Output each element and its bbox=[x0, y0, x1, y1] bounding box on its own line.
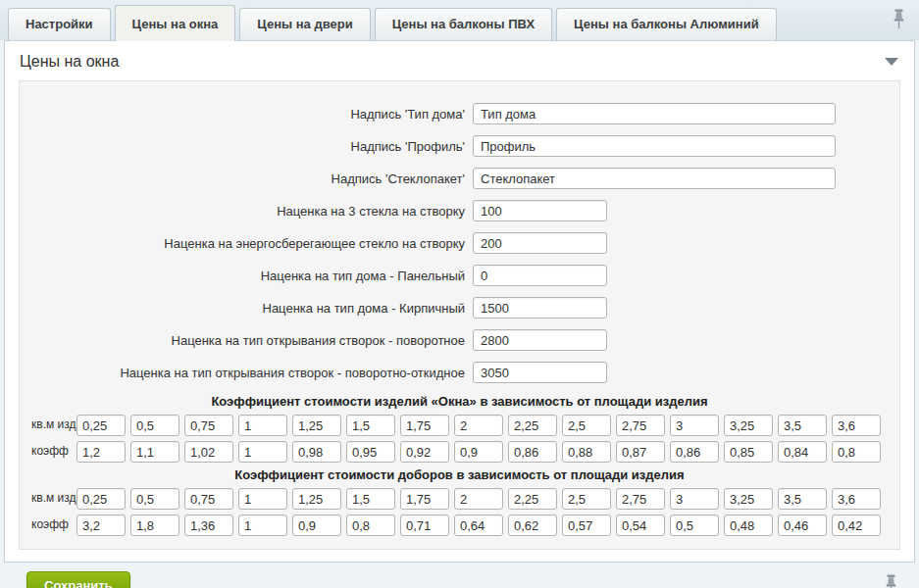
coef-value-input[interactable] bbox=[77, 441, 126, 463]
table-row-label: коэфф bbox=[29, 445, 77, 459]
label-house-type-input[interactable] bbox=[473, 103, 836, 124]
tab-balcony-alu-prices[interactable]: Цены на балконы Алюминий bbox=[556, 8, 777, 40]
area-value-input[interactable] bbox=[616, 488, 665, 510]
label-glazing-input[interactable] bbox=[473, 168, 836, 189]
coef-value-input[interactable] bbox=[832, 441, 881, 463]
area-value-input[interactable] bbox=[238, 488, 287, 510]
coef-value-input[interactable] bbox=[724, 514, 773, 536]
markup-panel-house-input[interactable] bbox=[473, 265, 607, 286]
area-value-input[interactable] bbox=[400, 415, 449, 436]
coef-value-input[interactable] bbox=[508, 441, 557, 463]
coef-table-row: коэфф bbox=[29, 441, 890, 463]
area-value-input[interactable] bbox=[508, 488, 557, 510]
coef-table-row: коэфф bbox=[29, 514, 890, 536]
form-row: Наценка на тип открывания створок - пово… bbox=[29, 362, 890, 383]
coef-value-input[interactable] bbox=[778, 441, 827, 463]
area-value-input[interactable] bbox=[77, 488, 126, 510]
window-coefficient-table: Коэффициент стоимости изделий «Окна» в з… bbox=[29, 394, 890, 463]
form-row: Надпись 'Стеклопакет' bbox=[29, 168, 890, 189]
coef-value-input[interactable] bbox=[562, 514, 611, 536]
coef-value-input[interactable] bbox=[616, 441, 665, 463]
field-label: Надпись 'Тип дома' bbox=[29, 107, 473, 122]
area-value-input[interactable] bbox=[346, 415, 395, 436]
field-label: Наценка на 3 стекла на створку bbox=[29, 204, 473, 219]
area-value-input[interactable] bbox=[454, 488, 503, 510]
field-label: Надпись 'Стеклопакет' bbox=[29, 172, 473, 186]
coef-value-input[interactable] bbox=[616, 514, 665, 536]
chevron-down-icon[interactable] bbox=[885, 58, 898, 66]
form-row: Наценка на тип дома - Панельный bbox=[29, 265, 890, 286]
coef-value-input[interactable] bbox=[508, 514, 557, 536]
area-value-input[interactable] bbox=[670, 415, 719, 436]
markup-brick-house-input[interactable] bbox=[473, 297, 607, 318]
tab-window-prices[interactable]: Цены на окна bbox=[115, 5, 236, 41]
area-value-input[interactable] bbox=[77, 415, 126, 436]
area-value-input[interactable] bbox=[292, 415, 341, 436]
label-profile-input[interactable] bbox=[473, 135, 836, 157]
tab-bar: Настройки Цены на окна Цены на двери Цен… bbox=[0, 0, 919, 40]
area-value-input[interactable] bbox=[184, 415, 233, 436]
coef-value-input[interactable] bbox=[454, 514, 503, 536]
coef-table-row: кв.м изд bbox=[29, 488, 890, 510]
tab-door-prices[interactable]: Цены на двери bbox=[239, 8, 370, 40]
coef-value-input[interactable] bbox=[346, 514, 395, 536]
field-label: Наценка на тип дома - Кирпичный bbox=[29, 301, 473, 316]
area-value-input[interactable] bbox=[130, 488, 179, 510]
form-row: Надпись 'Тип дома' bbox=[29, 103, 890, 124]
area-value-input[interactable] bbox=[292, 488, 341, 510]
coef-value-input[interactable] bbox=[562, 441, 611, 463]
coef-value-input[interactable] bbox=[238, 514, 287, 536]
pin-icon[interactable] bbox=[893, 9, 905, 32]
area-value-input[interactable] bbox=[832, 415, 881, 436]
coef-value-input[interactable] bbox=[670, 514, 719, 536]
coef-value-input[interactable] bbox=[292, 441, 341, 463]
markup-tilt-turn-opening-input[interactable] bbox=[473, 362, 607, 383]
tab-balcony-pvc-prices[interactable]: Цены на балконы ПВХ bbox=[375, 8, 552, 40]
coef-value-input[interactable] bbox=[130, 514, 179, 536]
area-value-input[interactable] bbox=[454, 415, 503, 436]
area-value-input[interactable] bbox=[670, 488, 719, 510]
area-value-input[interactable] bbox=[724, 488, 773, 510]
markup-energy-glass-input[interactable] bbox=[473, 232, 607, 254]
coef-value-input[interactable] bbox=[238, 441, 287, 463]
area-value-input[interactable] bbox=[400, 488, 449, 510]
area-value-input[interactable] bbox=[238, 415, 287, 436]
area-value-input[interactable] bbox=[562, 415, 611, 436]
field-label: Надпись 'Профиль' bbox=[29, 139, 473, 154]
table-title: Коэффициент стоимости изделий «Окна» в з… bbox=[29, 394, 890, 409]
coef-value-input[interactable] bbox=[292, 514, 341, 536]
coef-value-input[interactable] bbox=[832, 514, 881, 536]
markup-3-glass-input[interactable] bbox=[473, 200, 607, 221]
markup-turn-opening-input[interactable] bbox=[473, 329, 607, 351]
form-row: Наценка на энергосберегающее стекло на с… bbox=[29, 232, 890, 254]
form-row: Наценка на тип открывания створок - пово… bbox=[29, 329, 890, 351]
coef-value-input[interactable] bbox=[400, 514, 449, 536]
area-value-input[interactable] bbox=[616, 415, 665, 436]
area-value-input[interactable] bbox=[832, 488, 881, 510]
coef-value-input[interactable] bbox=[184, 514, 233, 536]
area-value-input[interactable] bbox=[778, 415, 827, 436]
tab-settings[interactable]: Настройки bbox=[8, 8, 111, 40]
area-value-input[interactable] bbox=[778, 488, 827, 510]
coef-value-input[interactable] bbox=[454, 441, 503, 463]
area-value-input[interactable] bbox=[184, 488, 233, 510]
extras-coefficient-table: Коэффициент стоимости доборов в зависимо… bbox=[29, 467, 890, 536]
coef-value-input[interactable] bbox=[130, 441, 179, 463]
area-value-input[interactable] bbox=[724, 415, 773, 436]
save-button[interactable]: Сохранить bbox=[26, 571, 130, 588]
page-title: Цены на окна bbox=[20, 53, 119, 71]
area-value-input[interactable] bbox=[508, 415, 557, 436]
area-value-input[interactable] bbox=[130, 415, 179, 436]
coef-value-input[interactable] bbox=[346, 441, 395, 463]
table-title: Коэффициент стоимости доборов в зависимо… bbox=[29, 467, 890, 482]
coef-value-input[interactable] bbox=[724, 441, 773, 463]
coef-value-input[interactable] bbox=[400, 441, 449, 463]
area-value-input[interactable] bbox=[562, 488, 611, 510]
coef-value-input[interactable] bbox=[184, 441, 233, 463]
area-value-input[interactable] bbox=[346, 488, 395, 510]
coef-value-input[interactable] bbox=[670, 441, 719, 463]
coef-value-input[interactable] bbox=[778, 514, 827, 536]
coef-value-input[interactable] bbox=[77, 514, 126, 536]
pin-icon[interactable] bbox=[885, 574, 897, 588]
content-panel: Цены на окна Надпись 'Тип дома' Надпись … bbox=[4, 40, 915, 563]
